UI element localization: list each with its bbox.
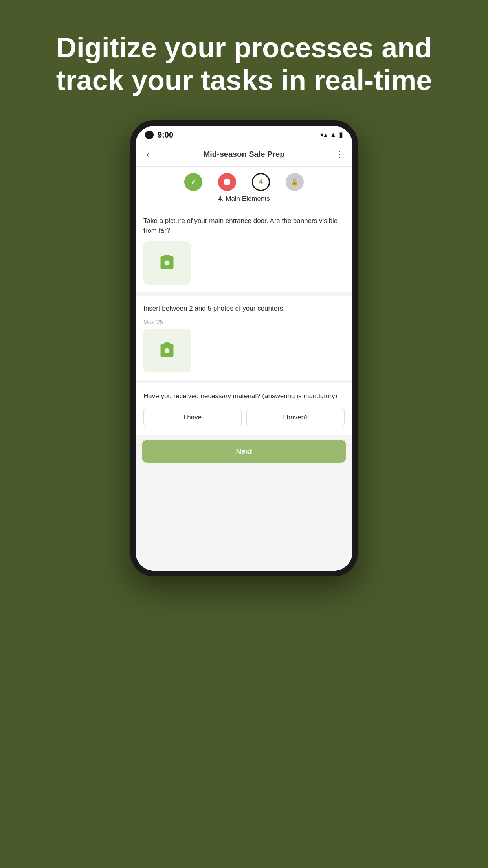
camera-dot-icon (145, 131, 154, 139)
back-button[interactable]: ‹ (143, 147, 153, 162)
answer-i-have[interactable]: I have (143, 408, 242, 427)
progress-section: ✓ 4 🔒 (136, 167, 352, 208)
phone-screen: 9:00 ▾▴ ▲ ▮ ‹ Mid-season Sale Prep ⋮ (136, 126, 352, 571)
step-1[interactable]: ✓ (184, 173, 202, 191)
step-connector-3 (274, 182, 282, 182)
step-2-stop-icon (224, 179, 230, 185)
page-title: Mid-season Sale Prep (204, 150, 285, 159)
steps-row: ✓ 4 🔒 (184, 173, 304, 191)
step-3[interactable]: 4 (252, 173, 270, 191)
phone-mockup: 9:00 ▾▴ ▲ ▮ ‹ Mid-season Sale Prep ⋮ (130, 120, 358, 796)
headline: Digitize your processes and track your t… (0, 0, 488, 120)
next-button[interactable]: Next (142, 440, 346, 463)
question-block-1: Take a picture of your main entrance doo… (136, 208, 352, 292)
step-4[interactable]: 🔒 (286, 173, 304, 191)
step-label: 4. Main Elements (218, 195, 270, 203)
answer-buttons: I have I haven't (143, 408, 345, 427)
signal-icon: ▲ (330, 131, 337, 139)
camera-icon-2 (158, 342, 176, 359)
more-menu-button[interactable]: ⋮ (335, 149, 345, 160)
step-1-check-icon: ✓ (191, 178, 196, 186)
step-2[interactable] (218, 173, 236, 191)
photo-upload-1[interactable] (143, 241, 191, 285)
question-2-text: Insert between 2 and 5 photos of your co… (143, 303, 345, 314)
question-1-text: Take a picture of your main entrance doo… (143, 216, 345, 236)
question-block-2: Insert between 2 and 5 photos of your co… (136, 296, 352, 381)
max-label: Max 0/5 (143, 319, 345, 325)
step-3-number-icon: 4 (259, 177, 263, 186)
step-connector-1 (206, 182, 214, 182)
battery-icon: ▮ (339, 131, 343, 139)
app-header: ‹ Mid-season Sale Prep ⋮ (136, 143, 352, 167)
wifi-icon: ▾▴ (320, 131, 327, 139)
question-block-3: Have you received necessary material? (a… (136, 383, 352, 435)
status-time: 9:00 (158, 131, 173, 140)
answer-i-havent[interactable]: I haven't (246, 408, 345, 427)
status-bar: 9:00 ▾▴ ▲ ▮ (136, 126, 352, 143)
content-area: Take a picture of your main entrance doo… (136, 208, 352, 571)
camera-icon-1 (158, 254, 176, 272)
status-left: 9:00 (145, 131, 173, 140)
phone-frame: 9:00 ▾▴ ▲ ▮ ‹ Mid-season Sale Prep ⋮ (130, 120, 358, 576)
step-connector-2 (240, 182, 248, 182)
photo-upload-2[interactable] (143, 329, 191, 372)
question-3-text: Have you received necessary material? (a… (143, 391, 345, 401)
status-right: ▾▴ ▲ ▮ (320, 131, 343, 139)
step-4-lock-icon: 🔒 (291, 178, 299, 186)
